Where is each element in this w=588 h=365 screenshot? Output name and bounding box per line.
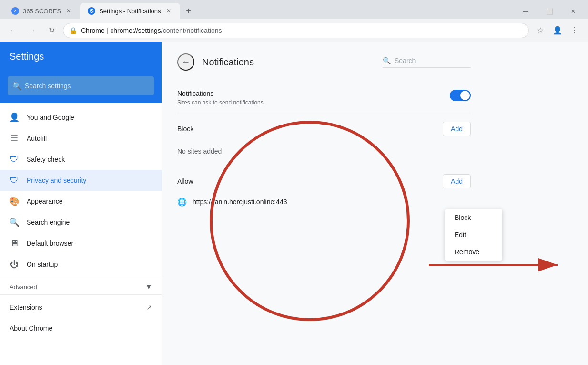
context-menu-remove[interactable]: Remove bbox=[445, 243, 502, 261]
site-globe-icon: 🌐 bbox=[177, 197, 187, 207]
sidebar-item-safety-check[interactable]: 🛡 Safety check bbox=[0, 149, 162, 170]
tab-label-settings: Settings - Notifications bbox=[99, 8, 161, 15]
sidebar-item-on-startup[interactable]: ⏻ On startup bbox=[0, 254, 162, 275]
autofill-icon: ☰ bbox=[10, 134, 19, 143]
site-row: 🌐 https://ranln.herejusti.online:443 bbox=[177, 192, 471, 211]
search-engine-icon: 🔍 bbox=[10, 218, 19, 227]
safety-check-icon: 🛡 bbox=[10, 155, 19, 164]
allow-section-header: Allow Add bbox=[177, 174, 471, 188]
search-settings-icon: 🔍 bbox=[12, 82, 22, 91]
tab-close-settings[interactable]: ✕ bbox=[165, 7, 172, 15]
no-sites-text: No sites added bbox=[177, 140, 471, 167]
context-menu-edit[interactable]: Edit bbox=[445, 226, 502, 243]
sidebar-divider-2 bbox=[0, 294, 162, 295]
sidebar-item-you-google[interactable]: 👤 You and Google bbox=[0, 107, 162, 128]
appearance-icon: 🎨 bbox=[10, 197, 19, 206]
sidebar-label-you-google: You and Google bbox=[27, 114, 74, 121]
sidebar-label-search-engine: Search engine bbox=[27, 219, 70, 226]
settings-title: Settings bbox=[10, 51, 44, 62]
navigation-bar: ← → ↻ 🔒 Chrome | chrome://settings/conte… bbox=[0, 19, 588, 42]
notifications-search-bar[interactable]: 🔍 bbox=[383, 57, 471, 68]
advanced-label: Advanced bbox=[10, 283, 37, 291]
sidebar-item-about-chrome[interactable]: About Chrome bbox=[0, 318, 162, 339]
sidebar-items: 👤 You and Google ☰ Autofill 🛡 Safety che… bbox=[0, 103, 162, 365]
site-url: https://ranln.herejusti.online:443 bbox=[193, 198, 471, 206]
sidebar-label-safety-check: Safety check bbox=[27, 156, 65, 163]
browser-frame: 3 365 SCORES ✕ ⚙ Settings - Notification… bbox=[0, 0, 588, 365]
menu-button[interactable]: ⋮ bbox=[567, 23, 582, 38]
maximize-button[interactable]: ⬜ bbox=[538, 4, 560, 19]
sidebar-label-privacy-security: Privacy and security bbox=[27, 177, 86, 184]
minimize-button[interactable]: — bbox=[515, 4, 537, 19]
tab-bar: 3 365 SCORES ✕ ⚙ Settings - Notification… bbox=[0, 0, 588, 19]
on-startup-icon: ⏻ bbox=[10, 260, 19, 269]
address-chrome-label: Chrome bbox=[81, 27, 105, 34]
sidebar-item-appearance[interactable]: 🎨 Appearance bbox=[0, 191, 162, 212]
address-bar-icon: 🔒 bbox=[69, 27, 77, 34]
sidebar-advanced-section[interactable]: Advanced ▼ bbox=[0, 279, 162, 292]
bookmark-button[interactable]: ☆ bbox=[533, 23, 548, 38]
default-browser-icon: 🖥 bbox=[10, 239, 19, 248]
block-section: Block Add No sites added bbox=[177, 122, 471, 167]
settings-main: ← Notifications 🔍 Notifications Sites ca… bbox=[162, 42, 588, 365]
sidebar-item-default-browser[interactable]: 🖥 Default browser bbox=[0, 233, 162, 254]
extensions-external-icon: ↗ bbox=[146, 303, 152, 311]
sidebar-divider bbox=[0, 277, 162, 277]
notifications-search-input[interactable] bbox=[395, 57, 471, 64]
close-button[interactable]: ✕ bbox=[562, 4, 584, 19]
sidebar-label-appearance: Appearance bbox=[27, 198, 63, 205]
tab-favicon-365scores: 3 bbox=[11, 7, 19, 15]
block-section-header: Block Add bbox=[177, 122, 471, 136]
notification-toggle-info: Notifications Sites can ask to send noti… bbox=[177, 90, 264, 106]
search-settings-input[interactable] bbox=[8, 76, 154, 95]
tab-365scores[interactable]: 3 365 SCORES ✕ bbox=[4, 3, 80, 19]
notification-description: Sites can ask to send notifications bbox=[177, 99, 264, 106]
forward-button[interactable]: → bbox=[25, 23, 40, 38]
back-button[interactable]: ← bbox=[6, 23, 21, 38]
address-bar[interactable]: 🔒 Chrome | chrome://settings/content/not… bbox=[63, 23, 529, 38]
search-settings-wrapper: 🔍 bbox=[8, 76, 154, 95]
tab-label-365scores: 365 SCORES bbox=[23, 8, 61, 15]
block-section-title: Block bbox=[177, 125, 193, 133]
sidebar-item-search-engine[interactable]: 🔍 Search engine bbox=[0, 212, 162, 233]
extensions-label: Extensions bbox=[10, 303, 42, 311]
block-add-button[interactable]: Add bbox=[443, 122, 471, 136]
advanced-chevron-icon: ▼ bbox=[145, 283, 152, 291]
sidebar-item-autofill[interactable]: ☰ Autofill bbox=[0, 128, 162, 149]
settings-header: Settings bbox=[0, 42, 162, 71]
sidebar-label-autofill: Autofill bbox=[27, 135, 47, 142]
browser-content: Settings 🔍 👤 You and Google ☰ Autofill bbox=[0, 42, 588, 365]
tab-settings[interactable]: ⚙ Settings - Notifications ✕ bbox=[80, 3, 180, 19]
profile-button[interactable]: 👤 bbox=[550, 23, 565, 38]
privacy-icon: 🛡 bbox=[10, 176, 19, 185]
notification-toggle-row: Notifications Sites can ask to send noti… bbox=[177, 82, 471, 114]
sidebar-label-on-startup: On startup bbox=[27, 261, 58, 268]
tab-close-365scores[interactable]: ✕ bbox=[65, 7, 72, 15]
tab-favicon-settings: ⚙ bbox=[88, 7, 95, 15]
notifications-search-icon: 🔍 bbox=[383, 57, 391, 64]
person-icon: 👤 bbox=[10, 113, 19, 122]
allow-add-button[interactable]: Add bbox=[443, 174, 471, 188]
notifications-page-title: Notifications bbox=[202, 57, 375, 68]
allow-section: Allow Add 🌐 https://ranln.herejusti.onli… bbox=[177, 174, 471, 211]
settings-sidebar: Settings 🔍 👤 You and Google ☰ Autofill bbox=[0, 42, 162, 365]
notifications-header: ← Notifications 🔍 bbox=[177, 53, 471, 71]
sidebar-label-default-browser: Default browser bbox=[27, 240, 73, 247]
about-chrome-label: About Chrome bbox=[10, 324, 52, 332]
address-path: /content/notifications bbox=[161, 27, 222, 34]
address-domain: chrome://settings bbox=[110, 27, 161, 34]
allow-section-title: Allow bbox=[177, 177, 193, 185]
notifications-toggle[interactable] bbox=[450, 90, 471, 101]
new-tab-button[interactable]: + bbox=[182, 4, 195, 18]
window-controls: — ⬜ ✕ bbox=[515, 4, 584, 19]
reload-button[interactable]: ↻ bbox=[44, 23, 59, 38]
context-menu-block[interactable]: Block bbox=[445, 209, 502, 226]
notifications-back-button[interactable]: ← bbox=[177, 53, 194, 71]
address-text: Chrome | chrome://settings/content/notif… bbox=[81, 27, 523, 34]
settings-content: ← Notifications 🔍 Notifications Sites ca… bbox=[162, 42, 486, 223]
nav-right-controls: ☆ 👤 ⋮ bbox=[533, 23, 582, 38]
sidebar-item-privacy-security[interactable]: 🛡 Privacy and security bbox=[0, 170, 162, 191]
context-menu: Block Edit Remove bbox=[445, 209, 502, 261]
sidebar-item-extensions[interactable]: Extensions ↗ bbox=[0, 297, 162, 318]
notification-title: Notifications bbox=[177, 90, 264, 97]
